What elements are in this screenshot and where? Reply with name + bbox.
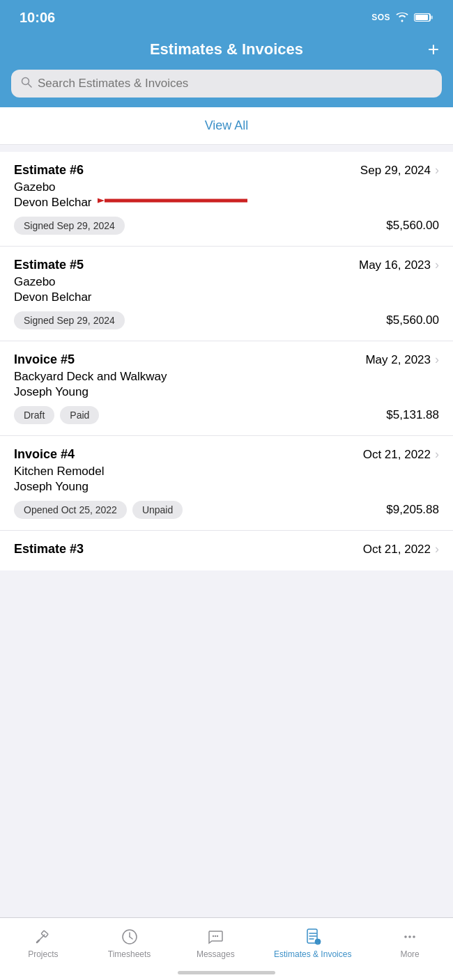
- item-date: Sep 29, 2024: [360, 164, 431, 178]
- item-client: Devon Belchar: [14, 290, 439, 304]
- list-item[interactable]: Estimate #5 May 16, 2023 › Gazebo Devon …: [0, 247, 453, 341]
- nav-item-estimates-invoices[interactable]: Estimates & Invoices: [274, 927, 351, 959]
- list-container: Estimate #6 Sep 29, 2024 › Gazebo Devon …: [0, 152, 453, 570]
- item-description: Kitchen Remodel: [14, 465, 439, 479]
- item-description: Gazebo: [14, 275, 439, 289]
- clock-icon: [120, 927, 139, 947]
- svg-rect-2: [415, 15, 428, 20]
- list-item[interactable]: Estimate #6 Sep 29, 2024 › Gazebo Devon …: [0, 152, 453, 247]
- search-container: [0, 70, 453, 107]
- item-amount: $9,205.88: [386, 503, 439, 517]
- item-date: Oct 21, 2022: [363, 448, 431, 462]
- svg-line-13: [130, 937, 132, 939]
- item-description: Backyard Deck and Walkway: [14, 370, 439, 384]
- svg-point-14: [213, 935, 214, 936]
- item-footer-row: Signed Sep 29, 2024 $5,560.00: [14, 311, 439, 329]
- svg-line-5: [29, 84, 32, 88]
- list-item[interactable]: Invoice #5 May 2, 2023 › Backyard Deck a…: [0, 341, 453, 436]
- svg-point-23: [317, 942, 318, 943]
- status-badge: Signed Sep 29, 2024: [14, 311, 125, 329]
- list-item-partial[interactable]: Estimate #3 Oct 21, 2022 ›: [0, 531, 453, 570]
- nav-item-more[interactable]: More: [382, 927, 438, 959]
- status-bar: 10:06 SOS: [0, 0, 453, 35]
- item-date-chevron: Oct 21, 2022 ›: [363, 447, 439, 462]
- item-footer-row: Draft Paid $5,131.88: [14, 406, 439, 424]
- item-title: Estimate #6: [14, 163, 84, 178]
- search-input[interactable]: [38, 77, 432, 91]
- status-badge: Signed Sep 29, 2024: [14, 217, 125, 235]
- header-title: Estimates & Invoices: [150, 40, 303, 59]
- search-bar: [11, 70, 442, 98]
- item-title: Estimate #5: [14, 258, 84, 272]
- chevron-right-icon: ›: [435, 447, 439, 462]
- item-badges: Draft Paid: [14, 406, 99, 424]
- nav-item-messages[interactable]: Messages: [187, 927, 243, 959]
- item-date: Oct 21, 2022: [363, 543, 431, 557]
- item-header-row: Estimate #3 Oct 21, 2022 ›: [14, 542, 439, 557]
- svg-point-15: [215, 935, 216, 936]
- nav-label-more: More: [400, 949, 419, 959]
- status-time: 10:06: [20, 10, 55, 26]
- red-arrow-annotation: [98, 188, 251, 213]
- item-header-row: Estimate #6 Sep 29, 2024 ›: [14, 163, 439, 178]
- item-date: May 2, 2023: [365, 353, 431, 367]
- svg-point-25: [408, 935, 411, 938]
- nav-label-timesheets: Timesheets: [108, 949, 151, 959]
- add-button[interactable]: +: [428, 40, 439, 59]
- item-badges: Opened Oct 25, 2022 Unpaid: [14, 501, 183, 519]
- hammer-icon: [33, 927, 53, 947]
- svg-point-26: [413, 935, 415, 938]
- list-item[interactable]: Invoice #4 Oct 21, 2022 › Kitchen Remode…: [0, 436, 453, 531]
- home-indicator: [178, 971, 275, 974]
- svg-rect-3: [431, 16, 433, 20]
- svg-point-24: [404, 935, 407, 938]
- item-badges: Signed Sep 29, 2024: [14, 217, 125, 235]
- battery-icon: [414, 13, 433, 22]
- view-all-button[interactable]: View All: [205, 118, 249, 132]
- item-date-chevron: Sep 29, 2024 ›: [360, 163, 439, 178]
- item-client: Joseph Young: [14, 480, 439, 494]
- item-client: Joseph Young: [14, 385, 439, 399]
- unpaid-badge: Unpaid: [132, 501, 183, 519]
- item-header-row: Invoice #5 May 2, 2023 ›: [14, 352, 439, 367]
- svg-point-16: [217, 935, 218, 936]
- nav-item-timesheets[interactable]: Timesheets: [102, 927, 158, 959]
- item-title: Invoice #4: [14, 447, 75, 462]
- item-header-row: Invoice #4 Oct 21, 2022 ›: [14, 447, 439, 462]
- chevron-right-icon: ›: [435, 542, 439, 557]
- item-amount: $5,560.00: [386, 313, 439, 327]
- search-icon: [21, 77, 32, 91]
- item-footer-row: Opened Oct 25, 2022 Unpaid $9,205.88: [14, 501, 439, 519]
- view-all-section: View All: [0, 107, 453, 145]
- wifi-icon: [396, 13, 408, 22]
- svg-rect-9: [41, 931, 48, 938]
- message-icon: [206, 927, 225, 947]
- item-title: Estimate #3: [14, 542, 84, 557]
- document-icon: [303, 927, 323, 947]
- item-date: May 16, 2023: [359, 258, 431, 272]
- more-icon: [400, 927, 420, 947]
- draft-badge: Draft: [14, 406, 54, 424]
- paid-badge: Paid: [60, 406, 99, 424]
- chevron-right-icon: ›: [435, 163, 439, 178]
- nav-item-projects[interactable]: Projects: [15, 927, 71, 959]
- item-date-chevron: Oct 21, 2022 ›: [363, 542, 439, 557]
- item-title: Invoice #5: [14, 352, 75, 367]
- item-badges: Signed Sep 29, 2024: [14, 311, 125, 329]
- header: Estimates & Invoices +: [0, 35, 453, 70]
- sos-icon: SOS: [371, 13, 390, 22]
- item-amount: $5,560.00: [386, 219, 439, 233]
- status-icons: SOS: [371, 13, 433, 22]
- chevron-right-icon: ›: [435, 258, 439, 272]
- chevron-right-icon: ›: [435, 352, 439, 367]
- svg-line-10: [37, 940, 39, 942]
- item-footer-row: Signed Sep 29, 2024 $5,560.00: [14, 217, 439, 235]
- item-date-chevron: May 16, 2023 ›: [359, 258, 439, 272]
- nav-label-projects: Projects: [28, 949, 58, 959]
- opened-badge: Opened Oct 25, 2022: [14, 501, 127, 519]
- nav-label-messages: Messages: [197, 949, 235, 959]
- item-amount: $5,131.88: [386, 408, 439, 422]
- item-header-row: Estimate #5 May 16, 2023 ›: [14, 258, 439, 272]
- item-date-chevron: May 2, 2023 ›: [365, 352, 439, 367]
- nav-label-estimates-invoices: Estimates & Invoices: [274, 949, 351, 959]
